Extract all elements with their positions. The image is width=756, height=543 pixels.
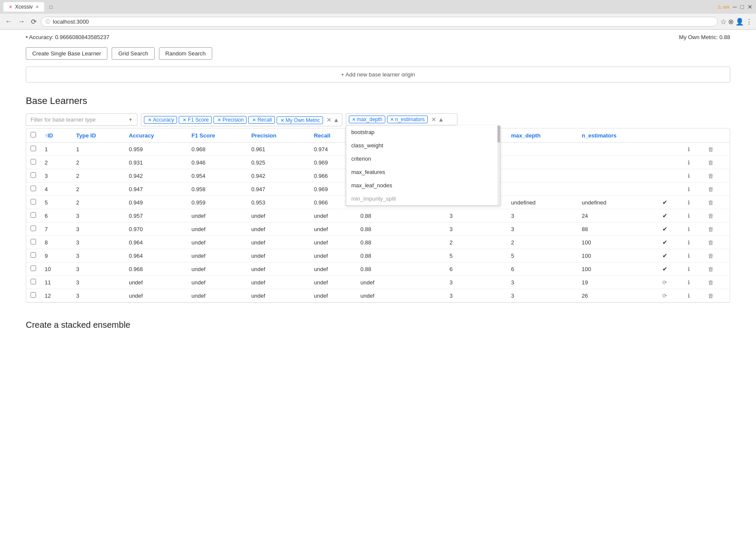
info-icon[interactable]: ℹ [688, 199, 690, 206]
trash-icon[interactable]: 🗑 [708, 279, 713, 286]
row-checkbox[interactable] [30, 172, 36, 178]
trash-icon[interactable]: 🗑 [708, 146, 713, 153]
cell-delete[interactable]: 🗑 [704, 169, 730, 183]
cell-delete[interactable]: 🗑 [704, 223, 730, 236]
menu-item-class-weight[interactable]: class_weight [346, 139, 500, 152]
info-icon[interactable]: ℹ [688, 213, 690, 219]
info-icon[interactable]: ℹ [688, 266, 690, 272]
row-checkbox[interactable] [30, 279, 36, 284]
metric-tag-my-own-metric[interactable]: ✕ My Own Metric [277, 116, 323, 124]
menu-item-max-leaf-nodes[interactable]: max_leaf_nodes [346, 179, 500, 192]
create-single-button[interactable]: Create Single Base Learner [26, 47, 107, 60]
menu-button[interactable]: ⋮ [746, 18, 753, 26]
cell-info[interactable]: ℹ [683, 156, 703, 169]
cell-delete[interactable]: 🗑 [704, 236, 730, 249]
cell-info[interactable]: ℹ [683, 183, 703, 196]
cell-delete[interactable]: 🗑 [704, 156, 730, 169]
th-f1-score[interactable]: F1 Score [187, 128, 247, 143]
metric-tag-precision[interactable]: ✕ Precision [213, 116, 247, 124]
row-checkbox[interactable] [30, 252, 36, 258]
row-checkbox[interactable] [30, 199, 36, 204]
param-dropdown-menu[interactable]: bootstrap class_weight criterion max_fea… [346, 125, 500, 206]
cell-info[interactable]: ℹ [683, 276, 703, 289]
row-checkbox[interactable] [30, 239, 36, 244]
row-checkbox[interactable] [30, 292, 36, 298]
cell-delete[interactable]: 🗑 [704, 143, 730, 156]
trash-icon[interactable]: 🗑 [708, 213, 713, 219]
info-icon[interactable]: ℹ [688, 146, 690, 153]
refresh-button[interactable]: ⟳ [29, 17, 38, 27]
cell-delete[interactable]: 🗑 [704, 183, 730, 196]
trash-icon[interactable]: 🗑 [708, 253, 713, 259]
info-icon[interactable]: ℹ [688, 239, 690, 246]
row-checkbox[interactable] [30, 265, 36, 271]
scrollbar-thumb[interactable] [497, 125, 500, 143]
info-icon[interactable]: ℹ [688, 293, 690, 299]
tag-x-icon[interactable]: ✕ [390, 117, 394, 122]
info-icon[interactable]: ℹ [688, 173, 690, 179]
tab-close-icon[interactable]: ✕ [35, 4, 39, 10]
metric-tag-accuracy[interactable]: ✕ Accuracy [144, 116, 177, 124]
tag-x-icon[interactable]: ✕ [352, 117, 356, 122]
metric-tag-f1score[interactable]: ✕ F1 Score [179, 116, 212, 124]
info-icon[interactable]: ℹ [688, 253, 690, 259]
info-icon[interactable]: ℹ [688, 186, 690, 192]
browser-tab[interactable]: ✕ Xcessiv ✕ [3, 2, 44, 12]
expand-params-button[interactable]: ▲ [438, 116, 444, 123]
row-checkbox[interactable] [30, 146, 36, 151]
menu-item-min-impurity-split[interactable]: min_impurity_split [346, 192, 500, 205]
tag-x-icon[interactable]: ✕ [252, 117, 256, 123]
menu-item-bootstrap[interactable]: bootstrap [346, 125, 500, 139]
th-n-estimators[interactable]: n_estimators [577, 128, 658, 143]
tag-x-icon[interactable]: ✕ [280, 118, 284, 123]
tag-x-icon[interactable]: ✕ [148, 117, 152, 123]
info-icon[interactable]: ℹ [688, 226, 690, 232]
tag-x-icon[interactable]: ✕ [217, 117, 221, 123]
cell-info[interactable]: ℹ [683, 143, 703, 156]
cell-delete[interactable]: 🗑 [704, 289, 730, 302]
row-checkbox[interactable] [30, 159, 36, 165]
bookmark-button[interactable]: ☆ [720, 18, 726, 26]
row-checkbox[interactable] [30, 226, 36, 231]
random-search-button[interactable]: Random Search [159, 47, 212, 60]
metric-tag-recall[interactable]: ✕ Recall [248, 116, 274, 124]
forward-button[interactable]: → [16, 17, 27, 26]
cell-delete[interactable]: 🗑 [704, 276, 730, 289]
info-icon[interactable]: ℹ [688, 159, 690, 166]
th-type-id[interactable]: Type ID [72, 128, 125, 143]
cell-info[interactable]: ℹ [683, 169, 703, 183]
select-all-checkbox[interactable] [30, 132, 36, 137]
extension-button2[interactable]: 👤 [735, 18, 744, 26]
cell-info[interactable]: ℹ [683, 289, 703, 302]
th-max-depth[interactable]: max_depth [507, 128, 578, 143]
trash-icon[interactable]: 🗑 [708, 266, 713, 272]
param-tag-max-depth[interactable]: ✕ max_depth [349, 116, 385, 123]
trash-icon[interactable]: 🗑 [708, 293, 713, 299]
back-button[interactable]: ← [3, 17, 14, 26]
clear-params-button[interactable]: ✕ [431, 116, 436, 123]
add-origin-bar[interactable]: + Add new base learner origin [26, 67, 730, 82]
trash-icon[interactable]: 🗑 [708, 226, 713, 232]
th-accuracy[interactable]: Accuracy [125, 128, 187, 143]
row-checkbox[interactable] [30, 186, 36, 191]
cell-delete[interactable]: 🗑 [704, 209, 730, 223]
cell-delete[interactable]: 🗑 [704, 196, 730, 209]
param-tag-n-estimators[interactable]: ✕ n_estimators [387, 116, 428, 123]
trash-icon[interactable]: 🗑 [708, 173, 713, 179]
tag-x-icon[interactable]: ✕ [183, 117, 186, 123]
filter-dropdown[interactable]: Filter for base learner type ▼ [26, 113, 137, 126]
trash-icon[interactable]: 🗑 [708, 239, 713, 246]
trash-icon[interactable]: 🗑 [708, 186, 713, 192]
trash-icon[interactable]: 🗑 [708, 159, 713, 166]
cell-info[interactable]: ℹ [683, 249, 703, 262]
grid-search-button[interactable]: Grid Search [112, 47, 154, 60]
cell-info[interactable]: ℹ [683, 196, 703, 209]
menu-item-max-features[interactable]: max_features [346, 165, 500, 179]
cell-info[interactable]: ℹ [683, 223, 703, 236]
new-tab-button[interactable]: □ [46, 3, 56, 11]
menu-item-criterion[interactable]: criterion [346, 152, 500, 165]
th-id[interactable]: ↑ID [40, 128, 72, 143]
cell-info[interactable]: ℹ [683, 209, 703, 223]
cell-info[interactable]: ℹ [683, 236, 703, 249]
address-bar[interactable]: ⓘ localhost:3000 [41, 17, 718, 27]
